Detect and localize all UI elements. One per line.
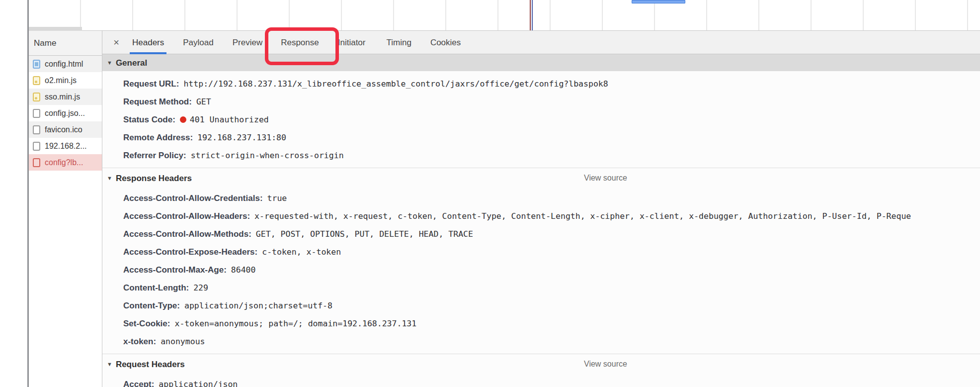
tab-response[interactable]: Response <box>281 31 319 54</box>
tab-label: Cookies <box>430 38 461 47</box>
header-key: Access-Control-Expose-Headers: <box>123 247 257 257</box>
header-key: Request URL: <box>123 79 179 89</box>
header-value: 229 <box>193 283 208 292</box>
file-icon <box>33 109 40 118</box>
tab-label: Payload <box>183 38 213 47</box>
request-table: Name config.html o2.min.js sso.min.js co… <box>29 31 102 387</box>
header-value: x-requested-with, x-request, c-token, Co… <box>254 211 911 221</box>
section-title: General <box>116 58 147 68</box>
request-name: config.html <box>45 60 83 69</box>
header-value: 401 Unauthorized <box>190 115 269 124</box>
network-overview-timeline[interactable] <box>29 0 980 31</box>
response-headers-body: Access-Control-Allow-Credentials:true Ac… <box>102 188 980 354</box>
file-icon <box>33 125 40 134</box>
header-value: true <box>267 194 287 203</box>
header-row-x-token: x-token:anonymous <box>102 333 980 351</box>
tab-label: Initiator <box>338 38 366 47</box>
section-title: Request Headers <box>116 360 185 369</box>
load-event-line <box>530 0 531 30</box>
tab-initiator[interactable]: Initiator <box>338 31 366 54</box>
header-key: Content-Type: <box>123 301 180 310</box>
file-icon <box>33 142 40 151</box>
tab-preview[interactable]: Preview <box>233 31 262 54</box>
general-section-body: Request URL:http://192.168.237.131/x_lib… <box>102 71 980 168</box>
domcontentloaded-event-line <box>532 0 533 30</box>
request-row-config-html[interactable]: config.html <box>29 56 102 72</box>
chevron-down-icon: ▼ <box>107 54 112 71</box>
request-name: favicon.ico <box>45 125 82 134</box>
header-value: http://192.168.237.131/x_libreoffice_ass… <box>183 79 608 89</box>
header-key: Set-Cookie: <box>123 319 170 328</box>
header-value: 86400 <box>231 265 256 275</box>
header-value: strict-origin-when-cross-origin <box>191 151 344 160</box>
request-row-config-error-selected[interactable]: config?lb... <box>29 154 102 171</box>
header-row-max-age: Access-Control-Max-Age:86400 <box>102 261 980 279</box>
request-row-config-json[interactable]: config.jso... <box>29 105 102 121</box>
chevron-down-icon: ▼ <box>107 354 112 374</box>
request-name: o2.min.js <box>45 76 77 85</box>
active-tab-underline <box>130 52 166 54</box>
header-row-content-length: Content-Length:229 <box>102 279 980 297</box>
tab-payload[interactable]: Payload <box>183 31 213 54</box>
header-value: c-token, x-token <box>262 247 341 257</box>
general-section-toggle[interactable]: ▼General <box>102 54 980 71</box>
tab-cookies[interactable]: Cookies <box>430 31 461 54</box>
request-name: 192.168.2... <box>45 142 87 151</box>
tab-headers[interactable]: Headers <box>132 31 164 54</box>
header-value: 192.168.237.131:80 <box>197 133 286 142</box>
view-source-link[interactable]: View source <box>584 354 627 374</box>
response-headers-section-toggle[interactable]: ▼Response Headers View source <box>102 168 980 188</box>
header-key: Request Method: <box>123 97 192 106</box>
script-icon <box>33 93 40 101</box>
header-key: Access-Control-Allow-Headers: <box>123 211 250 221</box>
header-key: Status Code: <box>123 115 175 124</box>
header-row-aceh: Access-Control-Expose-Headers:c-token, x… <box>102 243 980 261</box>
header-row-request-method: Request Method:GET <box>102 93 980 111</box>
section-title: Response Headers <box>116 174 192 183</box>
close-icon[interactable]: × <box>112 37 120 48</box>
header-row-acam: Access-Control-Allow-Methods:GET, POST, … <box>102 225 980 243</box>
request-headers-body: Accept:application/json <box>102 374 980 387</box>
name-column-header[interactable]: Name <box>29 31 102 56</box>
header-row-acac: Access-Control-Allow-Credentials:true <box>102 190 980 207</box>
sidebar-scrollbar[interactable] <box>29 27 82 31</box>
header-row-accept: Accept:application/json <box>102 376 980 387</box>
tab-label: Headers <box>132 38 164 47</box>
view-source-link[interactable]: View source <box>584 168 627 188</box>
chevron-down-icon: ▼ <box>107 168 112 188</box>
header-value: anonymous <box>161 337 205 346</box>
request-headers-section-toggle[interactable]: ▼Request Headers View source <box>102 354 980 374</box>
request-name: config.jso... <box>45 109 85 118</box>
header-row-referrer-policy: Referrer Policy:strict-origin-when-cross… <box>102 147 980 165</box>
header-key: Access-Control-Allow-Credentials: <box>123 194 263 203</box>
tab-timing[interactable]: Timing <box>386 31 411 54</box>
tab-label: Response <box>281 38 319 47</box>
header-value: x-token=anonymous; path=/; domain=192.16… <box>174 319 416 328</box>
header-value: application/json <box>159 380 238 387</box>
tab-label: Timing <box>386 38 411 47</box>
header-key: x-token: <box>123 337 156 346</box>
request-row-sso-min-js[interactable]: sso.min.js <box>29 89 102 105</box>
header-row-remote-address: Remote Address:192.168.237.131:80 <box>102 129 980 147</box>
header-row-request-url: Request URL:http://192.168.237.131/x_lib… <box>102 75 980 93</box>
waterfall-request-bar <box>632 0 685 3</box>
details-tab-bar: × Headers Payload Preview Response Initi… <box>102 31 980 54</box>
devtools-network-panel: Name config.html o2.min.js sso.min.js co… <box>0 0 980 387</box>
header-key: Content-Length: <box>123 283 189 292</box>
header-row-set-cookie: Set-Cookie:x-token=anonymous; path=/; do… <box>102 315 980 333</box>
network-main-split: Name config.html o2.min.js sso.min.js co… <box>29 31 980 387</box>
header-key: Referrer Policy: <box>123 151 186 160</box>
header-key: Accept: <box>123 380 154 387</box>
error-file-icon <box>33 158 40 167</box>
header-value: GET, POST, OPTIONS, PUT, DELETE, HEAD, T… <box>256 229 473 239</box>
page-background <box>0 0 27 387</box>
request-row-o2-min-js[interactable]: o2.min.js <box>29 72 102 89</box>
request-row-ip[interactable]: 192.168.2... <box>29 138 102 154</box>
header-key: Remote Address: <box>123 133 193 142</box>
header-key: Access-Control-Allow-Methods: <box>123 229 251 239</box>
header-row-acah: Access-Control-Allow-Headers:x-requested… <box>102 207 980 225</box>
document-icon <box>33 60 40 69</box>
request-row-favicon[interactable]: favicon.ico <box>29 121 102 138</box>
request-name: sso.min.js <box>45 93 80 101</box>
header-key: Access-Control-Max-Age: <box>123 265 227 275</box>
